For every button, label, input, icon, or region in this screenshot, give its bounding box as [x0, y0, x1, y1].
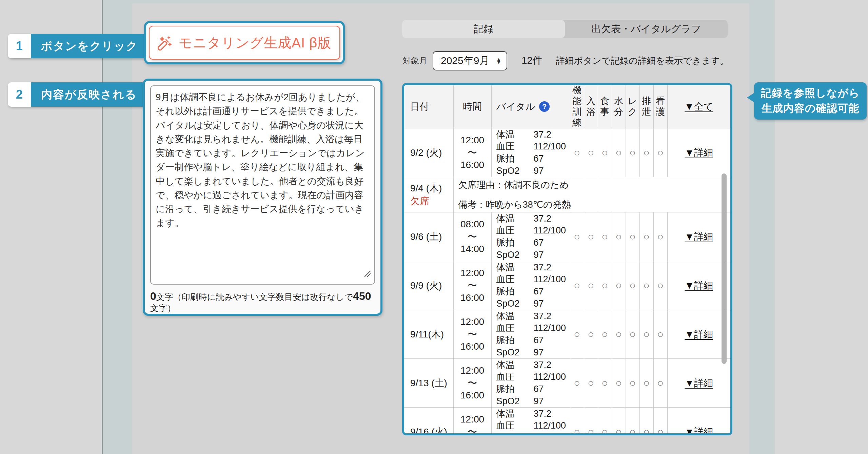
month-select-value: 2025年9月 [441, 54, 489, 68]
row-time: 12:00〜16:00 [453, 359, 491, 408]
mark-haisetsu: ○ [639, 128, 653, 177]
mark-suibun: ○ [612, 408, 626, 435]
vitals-help-icon[interactable]: ? [539, 101, 550, 112]
table-row: 9/9 (火) 12:00〜16:00 体温37.2血圧112/100脈拍67S… [404, 261, 730, 310]
records-table-box: 日付 時間 バイタル ? 機能訓練 入浴 食事 水分 レク 排泄 看護 [402, 83, 732, 435]
header-kango: 看護 [653, 85, 667, 128]
detail-hint-text: 詳細ボタンで記録の詳細を表示できます。 [556, 55, 729, 67]
mark-nyuyoku: ○ [584, 408, 598, 435]
step-2-label: 内容が反映される [31, 82, 147, 107]
detail-link[interactable]: ▼詳細 [685, 231, 713, 242]
header-nyuyoku: 入浴 [584, 85, 598, 128]
table-header-row: 日付 時間 バイタル ? 機能訓練 入浴 食事 水分 レク 排泄 看護 [404, 85, 730, 128]
mark-haisetsu: ○ [639, 408, 653, 435]
mark-kango: ○ [653, 310, 667, 359]
record-controls: 対象月 2025年9月 ▲▼ 12件 詳細ボタンで記録の詳細を表示できます。 [403, 51, 742, 70]
textarea-resize-handle-icon[interactable] [363, 269, 372, 278]
magic-wand-icon [158, 35, 173, 50]
detail-link[interactable]: ▼詳細 [685, 329, 713, 339]
mark-shokuji: ○ [598, 359, 612, 408]
row-time: 12:00〜16:00 [453, 408, 491, 435]
header-kinou-kunren: 機能訓練 [570, 85, 584, 128]
row-date: 9/13 (土) [404, 359, 453, 408]
mark-rec: ○ [626, 128, 639, 177]
row-vitals: 体温37.2血圧112/100脈拍67SpO297 [491, 310, 570, 359]
tab-attendance-vital-graph[interactable]: 出欠表・バイタルグラフ [565, 20, 728, 38]
target-month-label: 対象月 [403, 55, 427, 66]
mark-shokuji: ○ [598, 128, 612, 177]
header-suibun: 水分 [612, 85, 626, 128]
row-detail-cell: ▼詳細 [667, 310, 730, 359]
mark-nyuyoku: ○ [584, 128, 598, 177]
header-time: 時間 [453, 85, 491, 128]
records-table: 日付 時間 バイタル ? 機能訓練 入浴 食事 水分 レク 排泄 看護 [404, 85, 730, 435]
char-count-target: 450 [353, 290, 371, 302]
char-count-value: 0 [150, 290, 156, 302]
mark-rec: ○ [626, 212, 639, 261]
monitoring-ai-generate-button[interactable]: モニタリング生成AI β版 [149, 26, 340, 60]
row-date: 9/16 (火) [404, 408, 453, 435]
step-1-number: 1 [8, 34, 31, 58]
mark-rec: ○ [626, 310, 639, 359]
mark-nyuyoku: ○ [584, 261, 598, 310]
mark-kinou-kunren: ○ [570, 359, 584, 408]
bubble-line-2: 生成内容の確認可能 [762, 101, 860, 116]
detail-link[interactable]: ▼詳細 [685, 280, 713, 291]
header-date: 日付 [404, 85, 453, 128]
row-date: 9/11(木) [404, 310, 453, 359]
row-time: 12:00〜16:00 [453, 128, 491, 177]
expand-all-link[interactable]: ▼全て [685, 101, 713, 112]
annotation-bubble-right: 記録を参照しながら 生成内容の確認可能 [754, 82, 867, 120]
page: 1 ボタンをクリック 2 内容が反映される モニタリング生成AI β版 [0, 0, 868, 454]
row-detail-cell: ▼詳細 [667, 128, 730, 177]
step-1-label: ボタンをクリック [31, 34, 148, 58]
mark-haisetsu: ○ [639, 359, 653, 408]
row-date: 9/2 (火) [404, 128, 453, 177]
table-row: 9/6 (土) 08:00〜14:00 体温37.2血圧112/100脈拍67S… [404, 212, 730, 261]
tab-bar: 記録 出欠表・バイタルグラフ [402, 20, 728, 38]
mark-kango: ○ [653, 408, 667, 435]
table-row: 9/16 (火) 12:00〜16:00 体温37.2血圧112/100脈拍67… [404, 408, 730, 435]
header-shokuji: 食事 [598, 85, 612, 128]
mark-shokuji: ○ [598, 310, 612, 359]
table-scrollbar-thumb[interactable] [722, 173, 727, 364]
mark-shokuji: ○ [598, 408, 612, 435]
month-select[interactable]: 2025年9月 ▲▼ [433, 51, 507, 70]
monitoring-comment-textarea[interactable]: 9月は体調不良によるお休みが2回ありましたが、それ以外は計画通りサービスを提供で… [150, 85, 375, 285]
detail-link[interactable]: ▼詳細 [685, 427, 713, 435]
table-row: 9/11(木) 12:00〜16:00 体温37.2血圧112/100脈拍67S… [404, 310, 730, 359]
annotation-step-2: 2 内容が反映される [8, 82, 157, 107]
tab-records[interactable]: 記録 [402, 20, 565, 38]
mark-kango: ○ [653, 128, 667, 177]
mark-kinou-kunren: ○ [570, 261, 584, 310]
mark-suibun: ○ [612, 310, 626, 359]
mark-kango: ○ [653, 261, 667, 310]
mark-rec: ○ [626, 359, 639, 408]
mark-kinou-kunren: ○ [570, 212, 584, 261]
mark-nyuyoku: ○ [584, 212, 598, 261]
mark-rec: ○ [626, 261, 639, 310]
row-detail-cell: ▼詳細 [667, 212, 730, 261]
detail-link[interactable]: ▼詳細 [685, 378, 713, 388]
step-2-number: 2 [8, 82, 31, 107]
mark-haisetsu: ○ [639, 310, 653, 359]
row-time: 12:00〜16:00 [453, 310, 491, 359]
mark-nyuyoku: ○ [584, 310, 598, 359]
mark-nyuyoku: ○ [584, 359, 598, 408]
row-detail-cell: ▼詳細 [667, 359, 730, 408]
detail-link[interactable]: ▼詳細 [685, 147, 713, 158]
textarea-highlight-box: 9月は体調不良によるお休みが2回ありましたが、それ以外は計画通りサービスを提供で… [143, 79, 382, 316]
mark-haisetsu: ○ [639, 261, 653, 310]
row-date: 9/4 (木) [410, 182, 453, 195]
header-expand-all: ▼全て [667, 85, 730, 128]
row-date: 9/6 (土) [404, 212, 453, 261]
mark-suibun: ○ [612, 359, 626, 408]
header-haisetsu: 排泄 [639, 85, 653, 128]
row-vitals: 体温37.2血圧112/100脈拍67SpO297 [491, 359, 570, 408]
mark-haisetsu: ○ [639, 212, 653, 261]
mark-kinou-kunren: ○ [570, 408, 584, 435]
table-row: 9/13 (土) 12:00〜16:00 体温37.2血圧112/100脈拍67… [404, 359, 730, 408]
mark-kinou-kunren: ○ [570, 128, 584, 177]
absent-reason: 欠席理由：体調不良のため [458, 179, 731, 191]
ai-button-label: モニタリング生成AI β版 [179, 34, 332, 52]
